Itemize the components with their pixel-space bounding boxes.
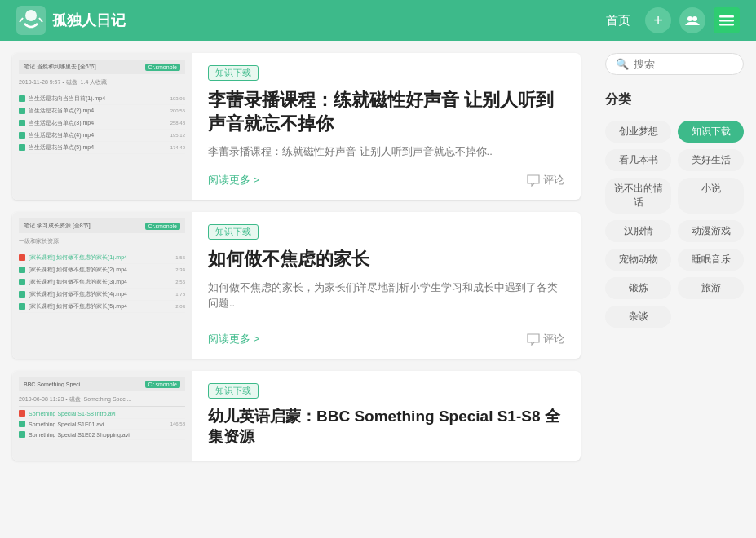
thumb-row: [家长课程] 如何做不焦虑的家长(2).mp4 2.34 [19,264,185,276]
thumb-badge-1: Cr.smonble [145,64,180,71]
svg-rect-8 [719,24,734,26]
thumb-header-text-2: 笔记 学习成长资源 [全8节] [24,222,91,230]
article-card-2: 笔记 学习成长资源 [全8节] Cr.smonble 一级和家长资源 [家长课程… [12,212,581,359]
article-title-1: 李蕾录播课程：练就磁性好声音 让别人听到声音就忘不掉你 [208,89,564,135]
article-thumb-2: 笔记 学习成长资源 [全8节] Cr.smonble 一级和家长资源 [家长课程… [12,212,192,359]
category-tag-zhishixiazai[interactable]: 知识下载 [678,121,744,143]
thumb-row: Something Special S1E01.avi 146.58 [19,419,185,430]
category-tag-hanfuqing[interactable]: 汉服情 [605,220,671,242]
search-input[interactable] [634,58,732,70]
users-button[interactable] [679,7,705,33]
comment-icon-1 [527,174,540,187]
svg-point-1 [25,10,37,21]
header-nav: 首页 + [599,7,740,33]
category-tag-meihaoshenghuo[interactable]: 美好生活 [678,149,744,171]
category-tag-shuiminyinyue[interactable]: 睡眠音乐 [678,249,744,271]
thumb-header-2: 笔记 学习成长资源 [全8节] Cr.smonble [19,218,185,233]
nav-home-link[interactable]: 首页 [599,10,637,32]
thumb-header-1: 笔记 当然和到哪里去 [全6节] Cr.smonble [19,60,185,74]
thumb-row: [家长课程] 如何做不焦虑的家长(3).mp4 2.56 [19,276,185,289]
header: 孤独人日记 首页 + [0,0,756,41]
svg-point-4 [687,16,692,21]
article-tag-3: 知识下载 [208,383,259,399]
category-tag-kanjibengshu[interactable]: 看几本书 [605,149,671,171]
article-thumb-1: 笔记 当然和到哪里去 [全6节] Cr.smonble 2019-11-28 9… [12,53,192,200]
thumb-badge-3: Cr.smonble [145,381,180,388]
thumb-date-1: 2019-11-28 9:57 • 磁盘 1.4 人收藏 [19,77,185,87]
thumb-header-text-3: BBC Something Speci... [24,381,85,387]
category-tag-dongmanyouxi[interactable]: 动漫游戏 [678,220,744,242]
thumb-row: 当生活是花当单点(2).mp4 200.55 [19,105,185,117]
add-button[interactable]: + [645,7,671,33]
search-box[interactable]: 🔍 [605,53,744,75]
thumb-date-2: 一级和家长资源 [19,236,185,246]
comment-icon-2 [527,333,540,346]
article-excerpt-2: 如何做不焦虑的家长，为家长们详尽地剖析小学生学习和成长中遇到了各类问题.. [208,280,564,322]
article-tag-1: 知识下载 [208,65,259,81]
thumb-date-3: 2019-06-08 11:23 • 磁盘 Something Speci... [19,395,185,404]
thumb-row: 当生活是花向当当目前(1).mp4 193.95 [19,93,185,105]
thumb-row: [家长课程] 如何做不焦虑的家长(5).mp4 2.03 [19,301,185,313]
article-body-1: 知识下载 李蕾录播课程：练就磁性好声音 让别人听到声音就忘不掉你 李蕾录播课程：… [192,53,581,200]
svg-point-5 [692,16,697,21]
article-card-3: BBC Something Speci... Cr.smonble 2019-0… [12,371,581,461]
main-layout: 笔记 当然和到哪里去 [全6节] Cr.smonble 2019-11-28 9… [0,41,756,538]
article-excerpt-1: 李蕾录播课程：练就磁性好声音 让别人听到声音就忘不掉你.. [208,143,564,163]
read-more-1[interactable]: 阅读更多 > [208,173,259,187]
article-footer-1: 阅读更多 > 评论 [208,173,564,187]
category-grid: 创业梦想 知识下载 看几本书 美好生活 说不出的情话 小说 汉服情 动漫游戏 宠… [605,121,744,328]
comment-area-2: 评论 [527,332,564,346]
comment-label-2[interactable]: 评论 [543,332,564,346]
article-footer-2: 阅读更多 > 评论 [208,332,564,346]
category-tag-lvyou[interactable]: 旅游 [678,277,744,299]
article-body-2: 知识下载 如何做不焦虑的家长 如何做不焦虑的家长，为家长们详尽地剖析小学生学习和… [192,212,581,359]
article-thumb-3: BBC Something Speci... Cr.smonble 2019-0… [12,371,192,461]
svg-rect-7 [719,20,734,22]
thumb-row: Something Special S1E02 Shopping.avi [19,430,185,440]
comment-area-1: 评论 [527,173,564,187]
menu-icon [719,15,734,26]
article-card: 笔记 当然和到哪里去 [全6节] Cr.smonble 2019-11-28 9… [12,53,581,200]
comment-label-1[interactable]: 评论 [543,173,564,187]
users-icon [685,15,700,26]
category-tag-duanlian[interactable]: 锻炼 [605,277,671,299]
article-tag-2: 知识下载 [208,224,259,240]
thumb-row: Something Special S1-S8 Intro.avi [19,408,185,419]
category-tag-shuobuchuqinghua[interactable]: 说不出的情话 [605,178,671,214]
category-tag-xiaoshuo[interactable]: 小说 [678,178,744,214]
logo-text: 孤独人日记 [52,11,126,30]
thumb-header-3: BBC Something Speci... Cr.smonble [19,377,185,391]
logo-area: 孤独人日记 [16,6,590,35]
category-title: 分类 [605,91,744,108]
thumb-row: 当生活是花当单点(3).mp4 258.48 [19,117,185,130]
thumb-row: [家长课程] 如何做不焦虑的家长(1).mp4 1.56 [19,252,185,264]
content-area: 笔记 当然和到哪里去 [全6节] Cr.smonble 2019-11-28 9… [0,41,593,538]
thumb-badge-2: Cr.smonble [145,223,180,230]
thumb-row: 当生活是花当单点(5).mp4 174.40 [19,142,185,154]
thumb-row: 当生活是花当单点(4).mp4 195.12 [19,130,185,142]
logo-icon [16,6,46,35]
thumb-header-text-1: 笔记 当然和到哪里去 [全6节] [24,63,96,71]
article-title-3: 幼儿英语启蒙：BBC Something Special S1-S8 全集资源 [208,407,564,447]
sidebar: 🔍 分类 创业梦想 知识下载 看几本书 美好生活 说不出的情话 小说 汉服情 动… [593,41,756,538]
read-more-2[interactable]: 阅读更多 > [208,332,259,346]
search-icon: 🔍 [616,58,629,70]
category-tag-zatan[interactable]: 杂谈 [605,306,671,328]
menu-button[interactable] [714,7,740,33]
category-tag-chongwudongwu[interactable]: 宠物动物 [605,249,671,271]
article-body-3: 知识下载 幼儿英语启蒙：BBC Something Special S1-S8 … [192,371,581,461]
article-title-2: 如何做不焦虑的家长 [208,248,564,271]
category-tag-chuangyemengxiang[interactable]: 创业梦想 [605,121,671,143]
thumb-row: [家长课程] 如何做不焦虑的家长(4).mp4 1.78 [19,289,185,301]
svg-rect-6 [719,15,734,18]
